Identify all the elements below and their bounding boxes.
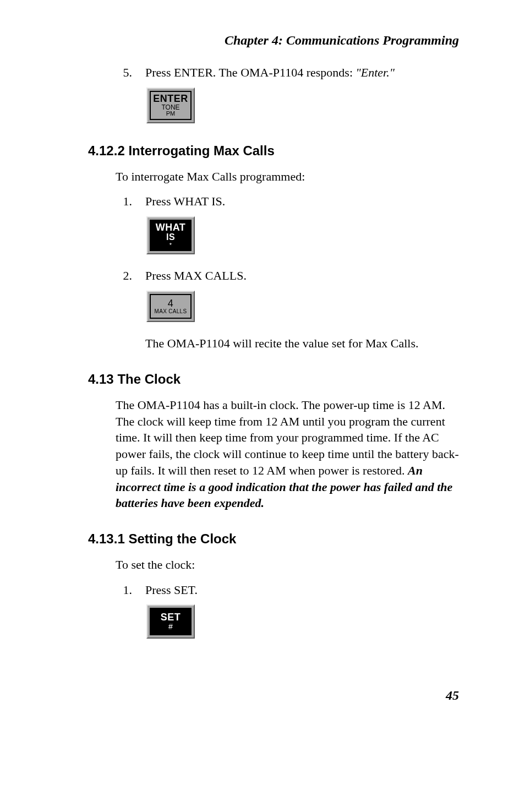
key-set-line2: # — [168, 623, 173, 631]
step-4-12-2-2-text: Press MAX CALLS. — [145, 268, 247, 284]
step-4-12-2-2-after-spacer — [116, 335, 132, 352]
step-4-12-2-1: 1. Press WHAT IS. — [116, 193, 459, 210]
step-4-12-2-2-num: 2. — [116, 268, 132, 284]
key-enter[interactable]: ENTER TONE PM — [146, 88, 195, 123]
key-enter-wrap: ENTER TONE PM — [146, 88, 459, 123]
key-whatis[interactable]: WHAT IS * — [146, 216, 195, 254]
key-whatis-line1: WHAT — [156, 222, 186, 233]
step-5-num: 5. — [116, 64, 132, 81]
key-enter-line3: PM — [166, 111, 176, 117]
key-set[interactable]: SET # — [146, 604, 195, 639]
step-4-12-2-2: 2. Press MAX CALLS. — [116, 268, 459, 284]
key-whatis-wrap: WHAT IS * — [146, 216, 459, 254]
para-4-13-body: The OMA-P1104 has a built-in clock. The … — [116, 397, 459, 511]
key-maxcalls-line2: MAX CALLS — [155, 309, 187, 315]
key-set-line1: SET — [161, 612, 181, 623]
para-interrogate-intro: To interrogate Max Calls programmed: — [116, 168, 459, 185]
heading-4-13-1: 4.13.1 Setting the Clock — [88, 531, 459, 547]
step-4-13-1-1-num: 1. — [116, 582, 132, 598]
step-5-text: Press ENTER. The OMA-P1104 responds: "En… — [145, 64, 395, 81]
key-maxcalls-line1: 4 — [168, 298, 174, 309]
key-maxcalls-wrap: 4 MAX CALLS — [146, 291, 459, 322]
key-enter-line1: ENTER — [153, 94, 188, 104]
step-4-12-2-2-after-text: The OMA-P1104 will recite the value set … — [145, 335, 419, 352]
key-set-wrap: SET # — [146, 604, 459, 639]
key-whatis-line2: IS — [166, 233, 175, 242]
heading-4-13: 4.13 The Clock — [88, 372, 459, 387]
heading-4-12-2: 4.12.2 Interrogating Max Calls — [88, 143, 459, 159]
chapter-header: Chapter 4: Communications Programming — [88, 33, 459, 48]
step-4-12-2-1-text: Press WHAT IS. — [145, 193, 225, 210]
key-whatis-line3: * — [169, 242, 172, 249]
step-4-13-1-1-text: Press SET. — [145, 582, 198, 598]
step-5-text-plain: Press ENTER. The OMA-P1104 responds: — [145, 66, 356, 79]
step-5: 5. Press ENTER. The OMA-P1104 responds: … — [116, 64, 459, 81]
key-maxcalls[interactable]: 4 MAX CALLS — [146, 291, 195, 322]
page-number: 45 — [88, 688, 459, 703]
step-4-12-2-1-num: 1. — [116, 193, 132, 210]
para-4-13-1-intro: To set the clock: — [116, 557, 459, 573]
step-4-12-2-2-after: The OMA-P1104 will recite the value set … — [116, 335, 459, 352]
step-5-text-italic: "Enter." — [356, 66, 395, 79]
step-4-13-1-1: 1. Press SET. — [116, 582, 459, 598]
